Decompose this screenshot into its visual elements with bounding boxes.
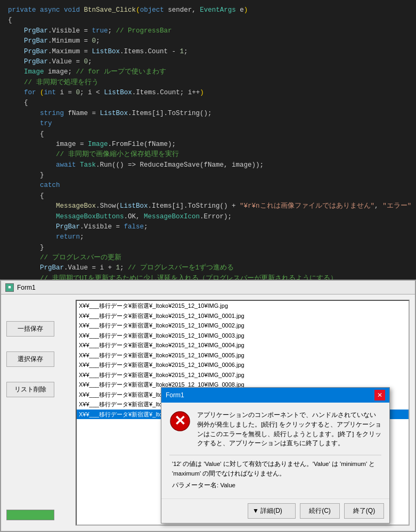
dialog-close-button[interactable]: ✕ (374, 390, 385, 400)
dialog-overlay: Form1 ✕ ✕ アプリケーションのコンポーネントで、ハンドルされていない例外… (1, 281, 415, 531)
error-dialog: Form1 ✕ ✕ アプリケーションのコンポーネントで、ハンドルされていない例外… (161, 387, 390, 523)
dialog-message: アプリケーションのコンポーネントで、ハンドルされていない例外が発生しました。[続… (197, 411, 381, 448)
dialog-continue-button[interactable]: 続行(C) (300, 503, 340, 519)
dialog-body: ✕ アプリケーションのコンポーネントで、ハンドルされていない例外が発生しました。… (161, 403, 389, 496)
dialog-exit-button[interactable]: 終了(Q) (344, 503, 384, 519)
error-icon: ✕ (169, 411, 191, 432)
svg-text:✕: ✕ (174, 413, 186, 429)
dialog-title: Form1 (166, 391, 184, 399)
dialog-titlebar: Form1 ✕ (161, 388, 389, 403)
form-section: ■ Form1 一括保存 選択保存 リスト削除 X¥¥___移行データ¥新宿選¥… (0, 280, 416, 532)
dialog-detail-message: '12' の値は 'Value' に対して有効ではありません。'Value' は… (169, 455, 381, 490)
form-window: ■ Form1 一括保存 選択保存 リスト削除 X¥¥___移行データ¥新宿選¥… (0, 280, 416, 532)
dialog-buttons: ▼ 詳細(D) 続行(C) 終了(Q) (161, 498, 389, 523)
dialog-details-button[interactable]: ▼ 詳細(D) (248, 503, 296, 519)
dialog-top-row: ✕ アプリケーションのコンポーネントで、ハンドルされていない例外が発生しました。… (169, 411, 381, 448)
code-editor: private async void BtnSave_Click(object … (0, 0, 416, 280)
